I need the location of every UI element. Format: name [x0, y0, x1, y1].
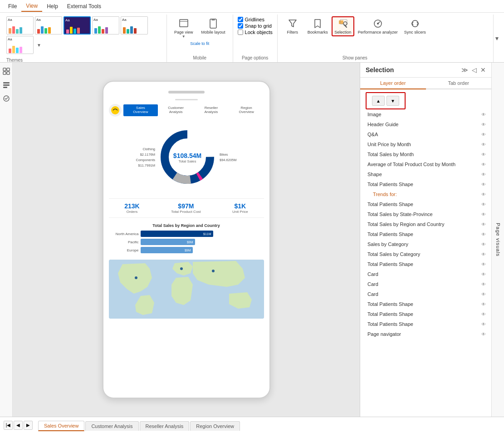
layer-total-patients-shape-5[interactable]: Total Patients Shape 👁 [360, 299, 491, 309]
page-tab-sales[interactable]: Sales Overview [38, 421, 84, 431]
scale-to-fit-label[interactable]: Scale to fit [190, 41, 209, 46]
mobile-tab-reseller[interactable]: ResellerAnalysis [194, 104, 229, 116]
eye-qa[interactable]: 👁 [481, 132, 486, 137]
layer-header-guide[interactable]: Header Guide 👁 [360, 119, 491, 129]
theme-3[interactable]: Aa [64, 16, 91, 34]
gridlines-checkbox[interactable] [238, 17, 243, 22]
tab-layer-order[interactable]: Layer order [360, 78, 426, 89]
layer-qa[interactable]: Q&A 👁 [360, 129, 491, 139]
mobile-layout-btn[interactable]: Mobile layout [199, 16, 228, 40]
layer-shape[interactable]: Shape 👁 [360, 169, 491, 179]
layer-avg-product-cost[interactable]: Average of Total Product Cost by Month 👁 [360, 159, 491, 169]
page-nav-prev[interactable]: ◀ [14, 421, 23, 430]
mobile-tab-customer[interactable]: CustomerAnalysis [158, 104, 193, 116]
layer-total-patients-shape-3[interactable]: Total Patients Shape 👁 [360, 229, 491, 239]
eye-total-patients-7[interactable]: 👁 [481, 322, 486, 327]
layer-total-patients-shape-6[interactable]: Total Patients Shape 👁 [360, 309, 491, 319]
eye-total-sales-category[interactable]: 👁 [481, 252, 486, 257]
donut-chart-section: Clothing $2.1176M Components $11.7991M [109, 117, 264, 198]
lock-objects-option[interactable]: Lock objects [238, 29, 273, 35]
performance-label: Performance analyzer [358, 30, 398, 34]
eye-avg-product-cost[interactable]: 👁 [481, 162, 486, 167]
layer-total-sales-state[interactable]: Total Sales by State-Province 👁 [360, 209, 491, 219]
eye-image[interactable]: 👁 [481, 112, 486, 117]
menu-help[interactable]: Help [42, 1, 63, 11]
theme-4[interactable]: Aa [92, 16, 119, 34]
eye-total-sales-month[interactable]: 👁 [481, 152, 486, 157]
layer-card-1[interactable]: Card 👁 [360, 269, 491, 279]
page-tab-customer[interactable]: Customer Analysis [85, 421, 138, 431]
eye-total-sales-region[interactable]: 👁 [481, 222, 486, 227]
theme-2[interactable]: Aa [35, 16, 62, 34]
page-nav-next[interactable]: ▶ [24, 421, 33, 430]
menu-file[interactable]: File [4, 1, 21, 11]
eye-total-patients-4[interactable]: 👁 [481, 262, 486, 267]
eye-header-guide[interactable]: 👁 [481, 122, 486, 127]
stats-row: 213K Orders $97M Total Product Cost $1K … [109, 198, 264, 218]
close-right-icon[interactable]: ✕ [480, 66, 486, 74]
bar-row-pacific: Pacific $9M [109, 239, 264, 245]
snap-checkbox[interactable] [238, 23, 243, 29]
eye-total-patients-3[interactable]: 👁 [481, 232, 486, 237]
layer-total-sales-month[interactable]: Total Sales by Month 👁 [360, 149, 491, 159]
page-visuals-tab[interactable]: Page visuals [491, 63, 504, 417]
theme-6[interactable]: Aa [6, 36, 34, 54]
bookmarks-btn[interactable]: Bookmarks [305, 16, 331, 36]
eye-total-patients-1[interactable]: 👁 [481, 182, 486, 187]
close-left-icon[interactable]: ◁ [472, 66, 477, 74]
sync-slicers-btn[interactable]: Sync slicers [401, 16, 429, 36]
eye-unit-price[interactable]: 👁 [481, 142, 486, 147]
page-view-label: Page view [174, 30, 193, 34]
eye-card-3[interactable]: 👁 [481, 292, 486, 297]
page-nav-first[interactable]: |◀ [4, 421, 13, 430]
layer-card-3[interactable]: Card 👁 [360, 289, 491, 299]
eye-trends-for[interactable]: 👁 [481, 192, 486, 197]
layer-total-patients-shape-2[interactable]: Total Patients Shape 👁 [360, 199, 491, 209]
menu-external-tools[interactable]: External Tools [63, 1, 106, 11]
layer-unit-price[interactable]: Unit Price by Month 👁 [360, 139, 491, 149]
selection-btn[interactable]: Selection [332, 16, 354, 36]
page-tab-reseller[interactable]: Reseller Analysis [140, 421, 190, 431]
layer-sales-category[interactable]: Sales by Category 👁 [360, 239, 491, 249]
lock-checkbox[interactable] [238, 30, 243, 35]
page-view-btn[interactable]: Page view ▼ [171, 16, 196, 40]
gridlines-option[interactable]: Gridlines [238, 16, 273, 23]
eye-total-patients-2[interactable]: 👁 [481, 202, 486, 207]
layer-page-navigator[interactable]: Page navigator 👁 [360, 329, 491, 339]
sidebar-icon-1[interactable] [1, 66, 11, 76]
page-tab-region[interactable]: Region Overview [190, 421, 240, 431]
eye-total-patients-6[interactable]: 👁 [481, 312, 486, 317]
layer-total-patients-shape-1[interactable]: Total Patients Shape 👁 [360, 179, 491, 189]
eye-page-navigator[interactable]: 👁 [481, 332, 486, 337]
layer-total-sales-region[interactable]: Total Sales by Region and Country 👁 [360, 219, 491, 229]
mobile-tab-sales[interactable]: SalesOverview [123, 104, 158, 116]
eye-shape[interactable]: 👁 [481, 172, 486, 177]
sidebar-icon-3[interactable] [1, 93, 11, 103]
eye-card-2[interactable]: 👁 [481, 282, 486, 287]
snap-to-grid-option[interactable]: Snap to grid [238, 23, 273, 29]
order-up-btn[interactable]: ▲ [372, 96, 385, 106]
sidebar-icon-2[interactable] [1, 80, 11, 90]
eye-total-patients-5[interactable]: 👁 [481, 302, 486, 307]
filters-btn[interactable]: Filters [281, 16, 304, 36]
theme-1[interactable]: Aa [6, 16, 34, 34]
menu-view[interactable]: View [21, 1, 42, 12]
panel-header-icons: ≫ ◁ ✕ [461, 66, 486, 74]
eye-sales-category[interactable]: 👁 [481, 242, 486, 247]
bookmarks-icon [312, 18, 323, 29]
order-down-btn[interactable]: ▼ [387, 96, 399, 106]
eye-card-1[interactable]: 👁 [481, 272, 486, 277]
layer-total-patients-shape-7[interactable]: Total Patients Shape 👁 [360, 319, 491, 329]
mobile-tab-region[interactable]: RegionOverview [229, 104, 264, 116]
layer-total-sales-category[interactable]: Total Sales by Category 👁 [360, 249, 491, 259]
svg-rect-2 [210, 19, 216, 28]
theme-5[interactable]: Aa [121, 16, 148, 34]
layer-image[interactable]: Image 👁 [360, 109, 491, 119]
layer-total-patients-shape-4[interactable]: Total Patients Shape 👁 [360, 259, 491, 269]
layer-trends-for[interactable]: Trends for: 👁 [360, 189, 491, 199]
expand-icon[interactable]: ≫ [461, 66, 468, 74]
performance-btn[interactable]: Performance analyzer [355, 16, 401, 36]
tab-tab-order[interactable]: Tab order [426, 78, 492, 89]
eye-total-sales-state[interactable]: 👁 [481, 212, 486, 217]
layer-card-2[interactable]: Card 👁 [360, 279, 491, 289]
